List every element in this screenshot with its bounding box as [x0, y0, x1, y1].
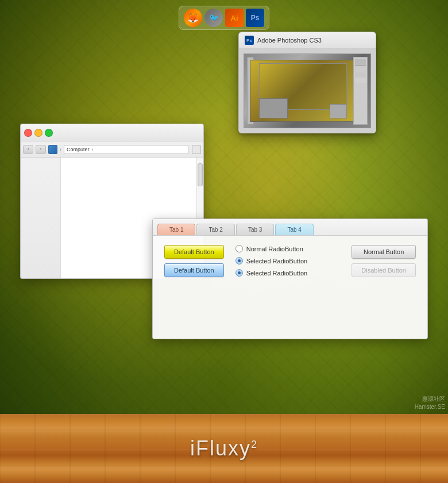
brand-superscript: 2 [251, 439, 258, 450]
ui-tabs-bar: Tab 1 Tab 2 Tab 3 Tab 4 [153, 219, 427, 236]
taskbar-brand: iFluxy2 [190, 436, 258, 461]
maximize-button[interactable] [45, 129, 53, 137]
brand-name: iFluxy [190, 436, 251, 460]
dock-bar [179, 6, 269, 30]
explorer-toolbar: ‹ › › Computer › [21, 141, 203, 158]
tab-1-label: Tab 1 [169, 227, 183, 233]
normal-buttons-column: Normal Button Disabled Button [352, 245, 416, 277]
breadcrumb[interactable]: Computer › [64, 145, 188, 154]
close-button[interactable] [24, 129, 32, 137]
default-button-1[interactable]: Default Button [164, 245, 224, 259]
default-button-2[interactable]: Default Button [164, 263, 224, 277]
dock-icon-firefox[interactable] [184, 9, 202, 27]
ui-elements-window: Tab 1 Tab 2 Tab 3 Tab 4 Default Button D… [152, 218, 428, 339]
ps-layers-panel [353, 57, 368, 125]
back-button[interactable]: ‹ [23, 145, 33, 154]
tab-2-label: Tab 2 [208, 227, 222, 233]
radio-item-normal: Normal RadioButton [235, 245, 307, 252]
desktop: Ps Adobe Photoshop CS3 [0, 0, 448, 483]
scrollbar-thumb[interactable] [198, 163, 203, 186]
radio-normal-label: Normal RadioButton [246, 246, 303, 252]
explorer-titlebar [21, 124, 203, 141]
dock-icon-photoshop[interactable] [246, 9, 264, 27]
tab-4[interactable]: Tab 4 [275, 224, 313, 235]
radio-selected-1-label: Selected RadioButton [246, 258, 307, 264]
radio-buttons-column: Normal RadioButton Selected RadioButton … [235, 245, 307, 277]
ps-screenshot [244, 53, 371, 128]
normal-button[interactable]: Normal Button [352, 245, 416, 259]
minimize-button[interactable] [34, 129, 43, 137]
default-buttons-column: Default Button Default Button [164, 245, 224, 277]
taskbar: iFluxy2 [0, 414, 448, 483]
ps-canvas [250, 60, 365, 122]
ps-titlebar: Ps Adobe Photoshop CS3 [239, 32, 376, 49]
radio-item-selected-1: Selected RadioButton [235, 257, 307, 264]
tab-2[interactable]: Tab 2 [196, 224, 234, 235]
dock-icon-illustrator[interactable] [225, 9, 244, 27]
ui-window-content: Default Button Default Button Normal Rad… [153, 236, 427, 286]
watermark-line2: Hamster.SE [415, 403, 445, 411]
radio-normal[interactable] [235, 245, 243, 252]
radio-selected-2[interactable] [235, 269, 243, 277]
breadcrumb-text: Computer [67, 147, 90, 152]
forward-button[interactable]: › [36, 145, 46, 154]
tab-4-label: Tab 4 [287, 227, 301, 233]
explorer-sidebar [21, 158, 61, 278]
tab-3-label: Tab 3 [248, 227, 262, 233]
dock-icon-thunderbird[interactable] [204, 9, 223, 27]
watermark-line1: 惠源社区 [415, 395, 445, 403]
tab-1[interactable]: Tab 1 [157, 224, 195, 235]
ps-window-title: Adobe Photoshop CS3 [257, 37, 322, 44]
radio-item-selected-2: Selected RadioButton [235, 269, 307, 277]
ps-preview-window: Ps Adobe Photoshop CS3 [238, 32, 376, 133]
ps-app-icon: Ps [245, 36, 254, 45]
radio-selected-2-label: Selected RadioButton [246, 270, 307, 277]
tab-3[interactable]: Tab 3 [236, 224, 274, 235]
disabled-button: Disabled Button [352, 263, 416, 277]
radio-selected-1[interactable] [235, 257, 243, 264]
ps-content [239, 49, 376, 133]
watermark: 惠源社区 Hamster.SE [415, 395, 445, 411]
